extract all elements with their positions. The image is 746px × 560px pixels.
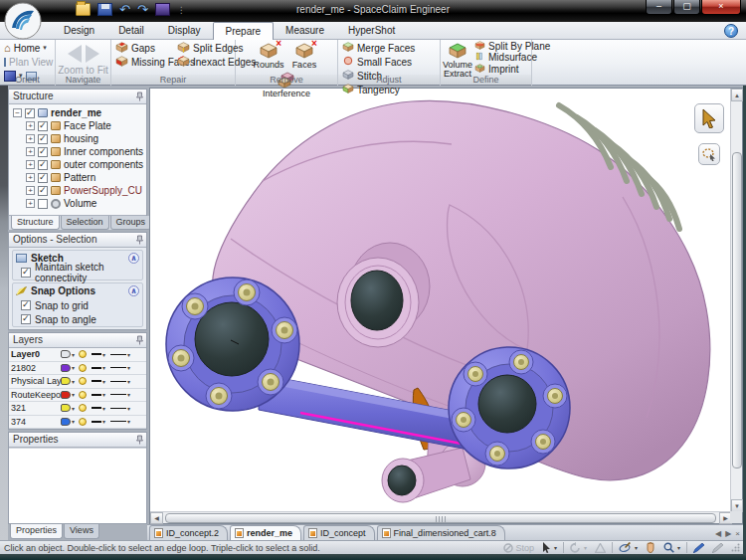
dropdown-icon[interactable]: ▾ (584, 544, 587, 551)
close-button[interactable]: × (701, 0, 741, 15)
layer-linestyle[interactable] (110, 421, 126, 422)
expander-icon[interactable]: + (26, 121, 35, 130)
open-icon[interactable] (76, 3, 91, 16)
previous-view-button[interactable]: ▾ (568, 542, 589, 554)
missing-faces-button[interactable]: Missing Faces (113, 55, 175, 69)
merge-faces-button[interactable]: Merge Faces (340, 41, 396, 55)
snap-to-angle-option[interactable]: Snap to angle (13, 312, 142, 326)
tab-display[interactable]: Display (156, 22, 213, 40)
checkbox[interactable] (21, 314, 31, 324)
dropdown-icon[interactable]: ▾ (72, 378, 75, 385)
split-by-plane-button[interactable]: Split By Plane (472, 41, 552, 52)
pointer-mode-button[interactable]: ▾ (540, 542, 559, 554)
dropdown-icon[interactable]: ▾ (102, 418, 105, 425)
stop-button[interactable]: Stop (501, 542, 536, 554)
doc-tab-id-concept-2[interactable]: ID_concept.2 (149, 525, 228, 540)
visibility-checkbox[interactable] (38, 173, 48, 183)
visibility-checkbox[interactable] (25, 108, 35, 118)
layer-lineweight[interactable] (92, 353, 101, 355)
tree-item[interactable]: + outer components (9, 158, 146, 171)
tree-item[interactable]: + Pattern (9, 171, 146, 184)
pin-icon[interactable] (136, 335, 143, 345)
layer-linestyle[interactable] (110, 381, 126, 382)
inexact-edges-button[interactable]: Inexact Edges (175, 55, 233, 69)
dropdown-icon[interactable]: ▾ (127, 391, 130, 398)
tab-hypershot[interactable]: HyperShot (336, 22, 407, 40)
plan-view-button[interactable]: Plan View (2, 55, 53, 69)
pin-icon[interactable] (136, 92, 143, 101)
expander-icon[interactable]: − (13, 108, 22, 117)
viewport[interactable]: ▲ ▼ ◀ ▶ (149, 88, 743, 524)
layer-lineweight[interactable] (92, 367, 101, 369)
dropdown-icon[interactable]: ▾ (72, 364, 75, 371)
qat-overflow-icon[interactable]: ⋮ (177, 5, 186, 15)
dropdown-icon[interactable]: ▾ (127, 378, 130, 385)
select-tool-button[interactable] (694, 103, 724, 133)
layer-visibility-bulb-icon[interactable] (79, 350, 87, 358)
dropdown-icon[interactable]: ▾ (127, 351, 130, 358)
minimize-button[interactable]: – (646, 0, 672, 15)
undo-icon[interactable]: ↶ (119, 3, 130, 16)
home-dropdown-icon[interactable]: ▾ (43, 44, 47, 52)
layer-color-swatch[interactable] (61, 418, 71, 426)
layer-visibility-bulb-icon[interactable] (79, 364, 87, 372)
expander-icon[interactable]: + (26, 134, 35, 143)
layer-linestyle[interactable] (110, 394, 126, 395)
tab-structure[interactable]: Structure (11, 216, 60, 230)
layer-color-swatch[interactable] (61, 364, 71, 372)
dropdown-icon[interactable]: ▾ (127, 405, 130, 412)
split-edges-button[interactable]: Split Edges (175, 41, 233, 55)
scroll-left-icon[interactable]: ◀ (150, 512, 163, 524)
tab-detail[interactable]: Detail (106, 22, 156, 40)
save-icon[interactable] (97, 3, 112, 16)
tab-selection[interactable]: Selection (61, 216, 109, 230)
pan-button[interactable] (644, 542, 657, 554)
sketch-mode-button[interactable]: ▾ (617, 542, 640, 554)
annotate-button[interactable] (691, 542, 706, 554)
dropdown-icon[interactable]: ▾ (635, 544, 638, 551)
tab-properties[interactable]: Properties (10, 524, 63, 539)
visibility-checkbox[interactable] (38, 134, 48, 144)
redline-button[interactable] (710, 542, 725, 554)
collapse-chevron-icon[interactable]: ∧ (128, 285, 139, 296)
checkbox[interactable] (21, 268, 31, 278)
resize-grip[interactable] (729, 542, 742, 554)
tree-item[interactable]: + housing (9, 132, 146, 145)
pin-icon[interactable] (136, 235, 143, 245)
dropdown-icon[interactable]: ▾ (127, 418, 130, 425)
layer-visibility-bulb-icon[interactable] (79, 377, 87, 385)
layer-row[interactable]: 374 ▾ ▾ ▾ (9, 416, 146, 430)
layer-linestyle[interactable] (110, 408, 126, 409)
faces-button[interactable]: × Faces (287, 41, 320, 70)
tab-measure[interactable]: Measure (274, 22, 336, 40)
layer-color-swatch[interactable] (61, 404, 71, 412)
dropdown-icon[interactable]: ▾ (127, 364, 130, 371)
layer-visibility-bulb-icon[interactable] (79, 391, 87, 399)
tree-item[interactable]: + Face Plate (9, 119, 146, 132)
dropdown-icon[interactable]: ▾ (554, 544, 557, 551)
checkbox[interactable] (21, 300, 31, 310)
layer-linestyle[interactable] (110, 354, 126, 355)
rounds-button[interactable]: × Rounds (253, 41, 285, 70)
midsurface-button[interactable]: Midsurface (472, 52, 552, 63)
gaps-button[interactable]: Gaps (113, 41, 175, 55)
layer-color-swatch[interactable] (61, 350, 71, 358)
tab-prepare[interactable]: Prepare (213, 22, 275, 40)
doc-tab-render-me[interactable]: render_me (230, 525, 301, 540)
dropdown-icon[interactable]: ▾ (102, 364, 105, 371)
visibility-checkbox[interactable] (38, 147, 48, 157)
title-bar[interactable]: ↶ ↷ ⋮ render_me - SpaceClaim Engineer – … (0, 0, 746, 22)
layer-color-swatch[interactable] (61, 377, 71, 385)
sketch-connectivity-option[interactable]: Maintain sketch connectivity (13, 266, 142, 280)
imprint-button[interactable]: Imprint (472, 64, 552, 75)
tab-groups[interactable]: Groups (110, 216, 152, 230)
help-icon[interactable]: ? (724, 24, 738, 38)
layer-lineweight[interactable] (92, 380, 101, 382)
dropdown-icon[interactable]: ▾ (677, 544, 680, 551)
dropdown-icon[interactable]: ▾ (72, 391, 75, 398)
tab-close-icon[interactable]: × (735, 529, 740, 538)
tab-design[interactable]: Design (52, 22, 106, 40)
forward-arrow-icon[interactable] (86, 45, 99, 63)
layer-row[interactable]: RouteKeepout ▾ ▾ ▾ (9, 389, 146, 403)
redo-icon[interactable]: ↷ (137, 3, 148, 16)
